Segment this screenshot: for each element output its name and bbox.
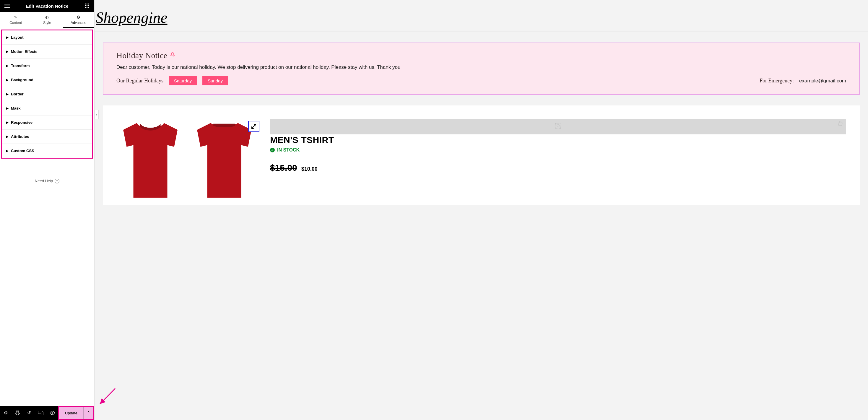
section-label: Background xyxy=(11,78,33,82)
help-icon: ? xyxy=(55,179,59,184)
expand-image-button[interactable] xyxy=(248,121,259,132)
svg-rect-1 xyxy=(87,4,88,4)
tab-advanced[interactable]: ⚙ Advanced xyxy=(63,12,94,28)
caret-right-icon: ▶ xyxy=(6,107,8,110)
emergency-label: For Emergency: xyxy=(760,78,794,84)
widget-placeholder[interactable] xyxy=(270,119,846,134)
gear-icon: ⚙ xyxy=(76,15,80,20)
notice-section: Holiday Notice Dear customer, Today is o… xyxy=(95,32,868,105)
caret-right-icon: ▶ xyxy=(6,92,8,96)
site-header: Shopengine xyxy=(95,0,868,32)
tab-label: Style xyxy=(43,21,51,25)
site-title[interactable]: Shopengine xyxy=(95,9,868,26)
section-label: Transform xyxy=(11,64,30,68)
svg-rect-3 xyxy=(85,5,86,6)
tab-label: Content xyxy=(9,21,22,25)
responsive-icon[interactable] xyxy=(35,406,46,420)
editor-sidebar: Edit Vacation Notice ✎ Content ◐ Style ⚙… xyxy=(0,0,95,420)
caret-right-icon: ▶ xyxy=(6,149,8,152)
caret-right-icon: ▶ xyxy=(6,50,8,53)
caret-right-icon: ▶ xyxy=(6,78,8,82)
sidebar-header: Edit Vacation Notice xyxy=(0,0,94,12)
section-label: Mask xyxy=(11,106,21,110)
section-attributes[interactable]: ▶Attributes xyxy=(2,130,92,144)
tab-content[interactable]: ✎ Content xyxy=(0,12,31,28)
basket-icon xyxy=(837,121,843,128)
section-motion-effects[interactable]: ▶Motion Effects xyxy=(2,44,92,59)
svg-rect-10 xyxy=(41,412,43,415)
section-label: Layout xyxy=(11,35,24,40)
advanced-sections: ▶Layout ▶Motion Effects ▶Transform ▶Back… xyxy=(1,30,93,159)
update-button[interactable]: Update xyxy=(59,407,83,419)
section-background[interactable]: ▶Background xyxy=(2,73,92,87)
svg-point-14 xyxy=(557,125,559,127)
pencil-icon: ✎ xyxy=(14,15,18,20)
emergency-email: example@gmail.com xyxy=(799,78,846,84)
section-label: Motion Effects xyxy=(11,49,37,54)
need-help-label: Need Help xyxy=(35,179,53,183)
svg-rect-2 xyxy=(88,4,89,4)
history-icon[interactable]: ↺ xyxy=(23,406,35,420)
stock-label: IN STOCK xyxy=(277,148,300,153)
section-custom-css[interactable]: ▶Custom CSS xyxy=(2,144,92,158)
section-label: Border xyxy=(11,92,24,96)
svg-rect-4 xyxy=(87,5,88,6)
svg-rect-5 xyxy=(88,5,89,6)
section-label: Responsive xyxy=(11,120,32,125)
holiday-badge: Saturday xyxy=(169,76,197,85)
need-help-link[interactable]: Need Help ? xyxy=(0,171,94,406)
tab-label: Advanced xyxy=(71,21,86,25)
settings-icon[interactable]: ⚙ xyxy=(0,406,11,420)
caret-right-icon: ▶ xyxy=(6,64,8,67)
section-label: Attributes xyxy=(11,134,29,139)
hamburger-menu-icon[interactable] xyxy=(4,2,11,9)
chevron-up-icon: ⌃ xyxy=(87,410,90,416)
product-title: MEN'S TSHIRT xyxy=(270,135,846,145)
old-price: $15.00 xyxy=(270,163,297,173)
regular-holidays-label: Our Regular Holidays xyxy=(116,78,163,84)
update-button-group: Update ⌃ xyxy=(58,406,94,420)
svg-rect-8 xyxy=(88,7,89,8)
section-responsive[interactable]: ▶Responsive xyxy=(2,116,92,130)
contrast-icon: ◐ xyxy=(45,15,49,20)
apps-grid-icon[interactable] xyxy=(84,2,91,9)
caret-right-icon: ▶ xyxy=(6,135,8,138)
bottom-bar: ⚙ ↺ Update ⌃ xyxy=(0,406,94,420)
section-layout[interactable]: ▶Layout xyxy=(2,30,92,44)
preview-icon[interactable] xyxy=(47,406,58,420)
checkmark-icon: ✓ xyxy=(270,148,275,152)
svg-point-11 xyxy=(52,412,53,414)
price-row: $15.00 $10.00 xyxy=(270,163,846,173)
update-more-button[interactable]: ⌃ xyxy=(83,407,93,419)
new-price: $10.00 xyxy=(301,166,318,172)
bell-icon xyxy=(170,52,175,59)
caret-right-icon: ▶ xyxy=(6,121,8,124)
notice-body: Dear customer, Today is our national hol… xyxy=(116,64,846,70)
preview-canvas: ‹ Shopengine Holiday Notice Dear custome… xyxy=(95,0,868,420)
svg-rect-6 xyxy=(85,7,86,8)
vacation-notice-widget[interactable]: Holiday Notice Dear customer, Today is o… xyxy=(103,42,860,95)
product-info: MEN'S TSHIRT ✓ IN STOCK $15.00 $10.00 xyxy=(270,119,846,202)
section-border[interactable]: ▶Border xyxy=(2,87,92,101)
svg-rect-7 xyxy=(87,7,88,8)
caret-right-icon: ▶ xyxy=(6,36,8,39)
product-gallery xyxy=(116,119,258,202)
collapse-sidebar-handle[interactable]: ‹ xyxy=(95,110,99,119)
product-image-front xyxy=(116,119,184,202)
sidebar-tabs: ✎ Content ◐ Style ⚙ Advanced xyxy=(0,12,94,28)
tab-style[interactable]: ◐ Style xyxy=(31,12,63,28)
svg-rect-0 xyxy=(85,4,86,4)
section-label: Custom CSS xyxy=(11,149,34,153)
product-card: MEN'S TSHIRT ✓ IN STOCK $15.00 $10.00 xyxy=(103,105,860,205)
widget-placeholder-icon xyxy=(555,123,561,131)
section-mask[interactable]: ▶Mask xyxy=(2,101,92,116)
notice-title: Holiday Notice xyxy=(116,51,167,60)
stock-status: ✓ IN STOCK xyxy=(270,148,846,153)
navigator-icon[interactable] xyxy=(11,406,23,420)
section-transform[interactable]: ▶Transform xyxy=(2,59,92,73)
panel-title: Edit Vacation Notice xyxy=(26,4,68,8)
svg-rect-13 xyxy=(555,123,561,128)
holiday-badge: Sunday xyxy=(203,76,228,85)
